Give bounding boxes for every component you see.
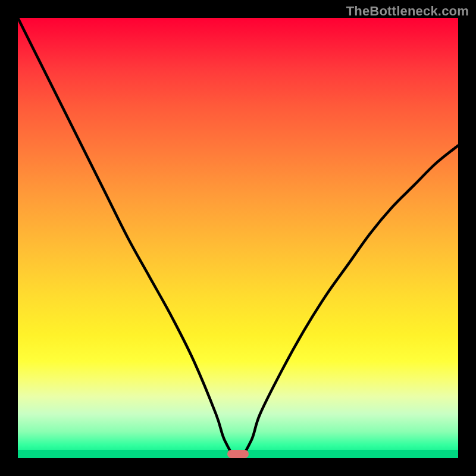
optimal-point-marker <box>227 450 249 458</box>
chart-frame: TheBottleneck.com <box>0 0 476 476</box>
plot-area <box>18 18 458 458</box>
bottleneck-curve <box>18 18 458 458</box>
watermark-text: TheBottleneck.com <box>346 4 469 19</box>
